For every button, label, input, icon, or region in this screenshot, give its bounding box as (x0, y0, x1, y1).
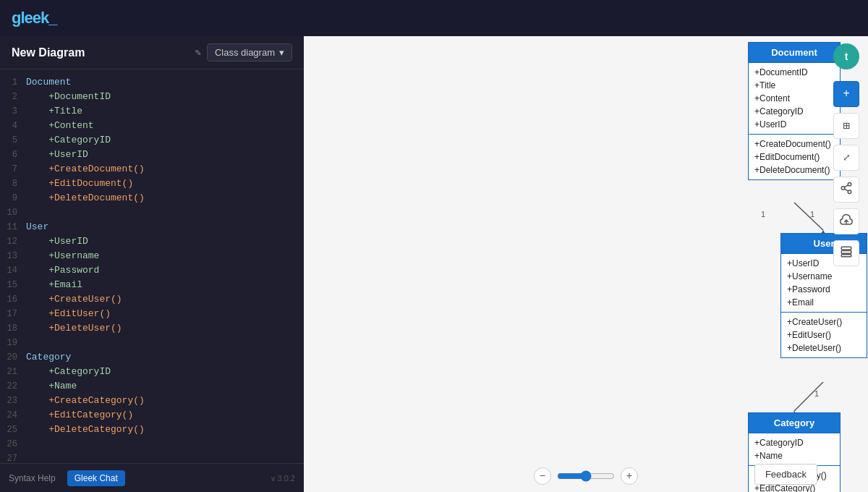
uml-row: +DeleteDocument() (754, 164, 834, 177)
line-number: 9 (0, 191, 26, 205)
line-number: 10 (0, 205, 26, 220)
plus-icon: + (843, 88, 850, 101)
code-line: 27 (0, 451, 304, 463)
code-line: 17 +EditUser() (0, 307, 304, 321)
code-line: 11User (0, 220, 304, 234)
line-number: 2 (0, 90, 26, 104)
line-number: 23 (0, 394, 26, 408)
code-line: 8 +EditDocument() (0, 177, 304, 191)
uml-row: +EditDocument() (754, 150, 834, 164)
share-icon (840, 182, 853, 198)
svg-line-10 (844, 189, 848, 191)
header: gleek_ (0, 0, 868, 36)
zoom-in-button[interactable]: + (621, 467, 638, 485)
code-line: 3 +Title (0, 104, 304, 119)
svg-rect-14 (841, 250, 851, 253)
line-content: +UserID (26, 148, 88, 162)
svg-text:1: 1 (810, 210, 814, 219)
uml-row: +Name (754, 449, 834, 462)
line-content: +DocumentID (26, 90, 111, 104)
avatar[interactable]: t (833, 43, 859, 69)
line-content: +EditCategory() (26, 408, 133, 423)
uml-row: +CategoryID (754, 105, 834, 118)
line-number: 27 (0, 451, 26, 463)
diagram-type-dropdown[interactable]: Class diagram ▾ (207, 43, 292, 62)
code-line: 1Document (0, 75, 304, 90)
left-panel: New Diagram ✎ Class diagram ▾ 1Document2… (0, 36, 304, 492)
uml-row: +CategoryID (754, 436, 834, 449)
chevron-down-icon: ▾ (279, 47, 284, 58)
line-content: +CategoryID (26, 365, 111, 379)
svg-point-9 (848, 190, 851, 194)
line-number: 7 (0, 162, 26, 177)
code-line: 20Category (0, 350, 304, 365)
line-number: 20 (0, 350, 26, 365)
line-content: +EditDocument() (26, 177, 133, 191)
dropdown-label: Class diagram (215, 47, 275, 58)
line-number: 14 (0, 263, 26, 278)
line-content: +CreateUser() (26, 292, 122, 307)
code-line: 22 +Name (0, 379, 304, 394)
svg-point-7 (848, 182, 851, 186)
svg-line-0 (794, 203, 823, 230)
line-number: 11 (0, 220, 26, 234)
line-number: 25 (0, 423, 26, 437)
code-line: 4 +Content (0, 119, 304, 133)
table-button[interactable]: ⊞ (833, 113, 859, 139)
stack-button[interactable] (833, 240, 859, 266)
code-line: 21 +CategoryID (0, 365, 304, 379)
line-number: 1 (0, 75, 26, 90)
cloud-icon (840, 213, 853, 230)
line-number: 24 (0, 408, 26, 423)
zoom-out-button[interactable]: − (534, 467, 551, 485)
logo: gleek_ (12, 9, 57, 27)
svg-rect-15 (841, 254, 851, 256)
edit-icon[interactable]: ✎ (195, 46, 200, 59)
line-content: +Username (26, 249, 99, 263)
line-content: +DeleteUser() (26, 321, 122, 336)
add-button[interactable]: + (833, 81, 859, 107)
line-number: 26 (0, 437, 26, 451)
gleek-chat-button[interactable]: Gleek Chat (67, 470, 125, 486)
line-content: Category (26, 350, 71, 365)
line-content: +DeleteCategory() (26, 423, 145, 437)
line-number: 3 (0, 104, 26, 119)
line-number: 13 (0, 249, 26, 263)
image-icon: ⤢ (843, 152, 851, 164)
cloud-button[interactable] (833, 208, 859, 234)
line-content: +CreateDocument() (26, 162, 145, 177)
line-number: 22 (0, 379, 26, 394)
line-content: +Password (26, 263, 99, 278)
uml-row: +DocumentID (754, 66, 834, 79)
line-number: 8 (0, 177, 26, 191)
right-toolbar: t + ⊞ ⤢ (825, 36, 868, 492)
plus-icon: + (626, 470, 632, 482)
right-panel: 1 1 1 Document +DocumentID +Title +Conte… (304, 36, 868, 492)
code-line: 24 +EditCategory() (0, 408, 304, 423)
line-content: +DeleteDocument() (26, 191, 145, 205)
svg-line-4 (794, 382, 823, 411)
logo-text: gleek_ (12, 9, 57, 27)
line-number: 19 (0, 336, 26, 350)
uml-row: +Content (754, 92, 834, 105)
line-content: User (26, 220, 48, 234)
line-number: 4 (0, 119, 26, 133)
line-content: +Title (26, 104, 82, 119)
bottom-bar: Syntax Help Gleek Chat v 3.0.2 (0, 463, 304, 492)
code-line: 6 +UserID (0, 148, 304, 162)
svg-text:1: 1 (761, 210, 765, 219)
syntax-help-button[interactable]: Syntax Help (9, 473, 56, 483)
diagram-canvas: 1 1 1 Document +DocumentID +Title +Conte… (304, 36, 868, 492)
svg-rect-13 (841, 247, 851, 250)
code-editor[interactable]: 1Document2 +DocumentID3 +Title4 +Content… (0, 69, 304, 463)
line-content: +CreateCategory() (26, 394, 145, 408)
image-button[interactable]: ⤢ (833, 145, 859, 171)
svg-text:1: 1 (814, 389, 819, 398)
share-button[interactable] (833, 177, 859, 203)
code-line: 13 +Username (0, 249, 304, 263)
diagram-title: New Diagram (12, 46, 189, 59)
feedback-button[interactable]: Feedback (754, 464, 817, 485)
zoom-slider[interactable] (557, 470, 615, 482)
code-line: 12 +UserID (0, 234, 304, 249)
line-number: 5 (0, 133, 26, 148)
